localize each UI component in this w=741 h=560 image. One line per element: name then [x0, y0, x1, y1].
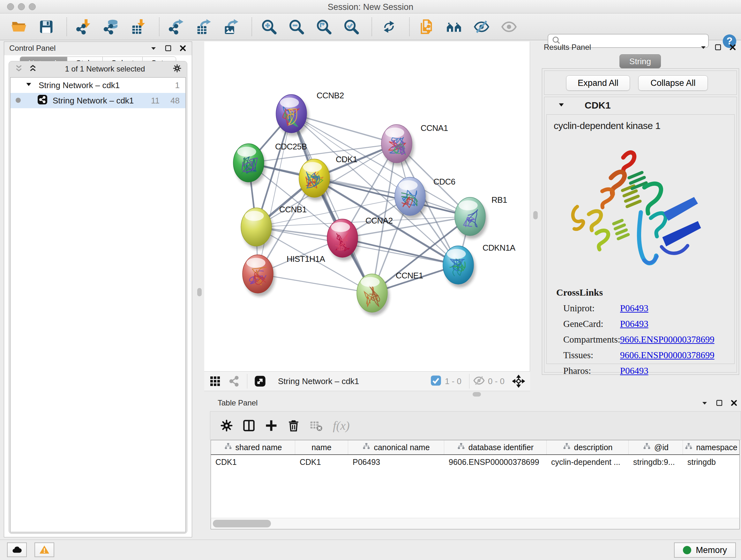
caret-down-icon[interactable] [544, 101, 565, 110]
hidden-eye-icon[interactable] [473, 374, 485, 388]
apply-preferred-layout-button[interactable] [379, 17, 399, 37]
crosslink-link[interactable]: P06493 [620, 319, 649, 329]
gene-section-header[interactable]: CDK1 [544, 97, 737, 114]
node-CCNB1[interactable] [241, 208, 273, 249]
edge-CCNA2-CDKN1A[interactable] [342, 238, 458, 265]
node-CCNA1[interactable] [381, 125, 414, 166]
tab-string[interactable]: String [619, 54, 661, 68]
column-header-databaseidentifier[interactable]: database identifier [444, 440, 547, 454]
show-columns-icon[interactable] [240, 417, 258, 434]
network-canvas[interactable]: CCNB2CCNA1CDC25BCDK1CDC6RB1CCNB1CCNA2CDK… [204, 42, 530, 371]
node-CDK1[interactable] [299, 159, 332, 200]
memory-status-dot [683, 546, 691, 554]
zoom-out-button[interactable] [286, 17, 307, 37]
node-HIST1H1A[interactable] [243, 255, 275, 296]
edge-CCNB2-HIST1H1A[interactable] [258, 114, 291, 274]
network-row[interactable]: String Network – cdk1 11 48 [10, 93, 185, 108]
node-RB1[interactable] [455, 197, 487, 239]
float-panel-icon[interactable] [701, 399, 709, 408]
left-splitter-handle[interactable] [197, 288, 202, 296]
column-header-namespace[interactable]: namespace [683, 440, 739, 454]
import-network-from-database-button[interactable] [102, 17, 121, 37]
maximize-panel-icon[interactable] [714, 44, 722, 52]
import-network-from-file-button[interactable] [74, 17, 94, 37]
table-cell[interactable]: CDK1 [211, 455, 295, 469]
export-image-button[interactable] [221, 17, 241, 37]
warning-button[interactable] [35, 543, 54, 557]
column-header-description[interactable]: description [547, 440, 629, 454]
memory-button[interactable]: Memory [674, 543, 736, 558]
selection-checkbox-icon[interactable] [429, 374, 442, 388]
crosslink-row: Uniprot:P06493 [556, 303, 728, 314]
apply-function-icon[interactable]: f(x) [333, 419, 350, 433]
column-header-name[interactable]: name [295, 440, 348, 454]
restore-hidden-button[interactable] [499, 17, 519, 37]
string-protein-query-button[interactable] [444, 17, 464, 37]
node-CDC25B[interactable] [233, 144, 266, 185]
table-cell[interactable]: P06493 [348, 455, 444, 469]
collapse-all-button[interactable]: Collapse All [638, 75, 708, 91]
hidden-count: 0 - 0 [488, 376, 504, 386]
table-panel-title: Table Panel [218, 398, 258, 408]
close-panel-icon[interactable] [179, 44, 187, 53]
node-label-CCNA1: CCNA1 [421, 123, 448, 133]
table-cell[interactable]: cyclin-dependent ... [547, 455, 629, 469]
open-session-button[interactable] [9, 17, 29, 37]
maximize-panel-icon[interactable] [716, 399, 723, 408]
float-panel-icon[interactable] [150, 44, 157, 53]
close-panel-icon[interactable] [730, 399, 738, 408]
close-panel-icon[interactable] [729, 44, 737, 52]
export-table-button[interactable] [194, 17, 214, 37]
expand-all-icon[interactable] [28, 64, 38, 74]
import-table-from-file-button[interactable] [129, 17, 149, 37]
right-splitter-handle[interactable] [533, 211, 538, 219]
cloud-button[interactable] [7, 543, 27, 557]
network-options-gear-icon[interactable] [172, 64, 182, 74]
delete-column-icon[interactable] [285, 417, 302, 434]
node-CCNB2[interactable] [276, 95, 309, 136]
caret-down-icon[interactable] [24, 80, 33, 91]
table-settings-gear-icon[interactable] [218, 417, 235, 434]
table-cell[interactable]: stringdb [683, 455, 739, 469]
network-overview-icon[interactable] [228, 375, 241, 388]
network-collection-row[interactable]: String Network – cdk1 1 [10, 78, 185, 93]
collection-count: 1 [175, 80, 180, 90]
node-count: 11 [151, 96, 159, 106]
column-header-sharedname[interactable]: shared name [211, 440, 295, 454]
zoom-in-button[interactable] [259, 17, 279, 37]
column-header-canonicalname[interactable]: canonical name [348, 440, 444, 454]
zoom-fit-button[interactable] [314, 17, 334, 37]
export-network-button[interactable] [166, 17, 186, 37]
float-panel-icon[interactable] [699, 44, 707, 52]
hide-selected-button[interactable] [472, 17, 491, 37]
delete-table-icon[interactable] [307, 417, 325, 434]
column-header-id[interactable]: @id [629, 440, 683, 454]
shared-column-icon [684, 442, 693, 452]
node-CCNA2[interactable] [327, 219, 360, 260]
scrollbar-thumb[interactable] [213, 520, 271, 527]
detach-view-icon[interactable] [254, 375, 266, 388]
node-CCNE1[interactable] [357, 274, 389, 315]
crosslink-link[interactable]: P06493 [620, 303, 649, 314]
birdseye-grid-icon[interactable] [209, 375, 221, 388]
crosslink-link[interactable]: P06493 [620, 366, 649, 376]
maximize-panel-icon[interactable] [164, 44, 172, 53]
pan-crosshair-icon[interactable] [512, 375, 525, 388]
node-CDKN1A[interactable] [443, 246, 475, 287]
network-list-panel: 1 of 1 Network selected String Network –… [9, 61, 187, 534]
main-toolbar: ? [0, 14, 741, 40]
edge-CCNB2-CCNE1[interactable] [291, 114, 372, 293]
table-cell[interactable]: stringdb:9... [629, 455, 683, 469]
table-horizontal-scrollbar[interactable] [211, 518, 740, 530]
zoom-selected-button[interactable] [341, 17, 361, 37]
clone-network-button[interactable] [417, 17, 436, 37]
table-cell[interactable]: CDK1 [295, 455, 348, 469]
table-row[interactable]: CDK1CDK1P064939606.ENSP00000378699cyclin… [211, 455, 739, 469]
crosslink-link[interactable]: 9606.ENSP00000378699 [620, 350, 715, 361]
save-session-button[interactable] [37, 17, 56, 37]
crosslink-link[interactable]: 9606.ENSP00000378699 [620, 334, 715, 345]
create-column-icon[interactable] [263, 417, 280, 434]
table-cell[interactable]: 9606.ENSP00000378699 [444, 455, 547, 469]
expand-all-button[interactable]: Expand All [566, 75, 630, 91]
collapse-all-icon[interactable] [14, 64, 23, 74]
